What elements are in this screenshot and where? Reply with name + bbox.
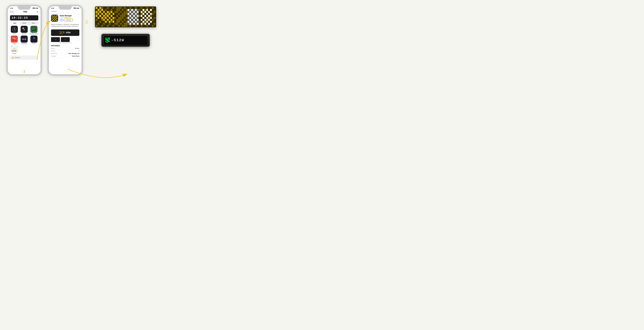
- app-label-clock: Clock: [13, 33, 16, 34]
- app-label-stopwatch: Stopwatch: [21, 43, 27, 44]
- manual-icon: ☝: [12, 56, 14, 59]
- phone2-status-icons: ▌▌▌ ◉ ▮▮: [74, 7, 79, 9]
- info-row-offeredby: Offered by Solar Manager AG: [51, 52, 79, 55]
- svg-rect-14: [33, 28, 34, 29]
- svg-rect-35: [15, 47, 16, 48]
- chevron-right-icon: ›: [36, 17, 37, 19]
- phone1-apps-grid: ⚙ Clock: [8, 26, 40, 54]
- svg-rect-49: [15, 50, 16, 51]
- svg-rect-40: [16, 48, 16, 49]
- mini-screenshot-2: SKY: [61, 37, 70, 42]
- phone2-notch: [59, 6, 72, 10]
- clock-digits: 10:32:25: [12, 16, 28, 19]
- svg-rect-21: [12, 37, 13, 38]
- info-key-version: Version: [51, 50, 56, 52]
- solar-app-info: Solar Manager Solar Manager AG ♥ ADDED: [60, 15, 79, 21]
- app-label-market: Market: [12, 53, 16, 54]
- phone1-title: TIME: [23, 11, 27, 13]
- info-val-category: Smart Home: [72, 55, 79, 57]
- device-dot: [125, 34, 126, 35]
- svg-rect-13: [32, 28, 33, 29]
- pixel-display-container: 3 -512W: [95, 6, 156, 47]
- app-label-timer: Timer: [32, 43, 36, 44]
- svg-rect-33: [12, 47, 13, 48]
- phone2-app-header: Solar Manager Solar Manager AG ♥ ADDED: [49, 13, 82, 23]
- svg-rect-7: [24, 28, 24, 29]
- info-row-rating: Rating 86 likes: [51, 47, 79, 50]
- svg-rect-5: [22, 28, 23, 29]
- app-cell-weather[interactable]: Weather: [20, 26, 29, 34]
- phone1-notch: [18, 6, 30, 10]
- phone2-screenshots-row: TIME SKY ⌄: [49, 37, 82, 42]
- added-button[interactable]: ADDED: [64, 19, 72, 21]
- svg-rect-19: [34, 29, 34, 30]
- settings-icon[interactable]: ⚙: [36, 11, 38, 13]
- phone2-description: Zeigt PV-Produktions-, Verbrauchs-, Bezu…: [49, 23, 82, 28]
- phone1-status-time: 9:41: [10, 7, 13, 9]
- screenshots-label: TIME, SKY Infoscreen Apps: [49, 42, 82, 44]
- phone2-status-time: 9:41: [51, 7, 54, 9]
- info-val-version: 3: [79, 50, 79, 52]
- app-icon-market: [11, 45, 18, 52]
- device-screen: -512W: [104, 36, 147, 45]
- svg-rect-11: [24, 30, 25, 30]
- svg-rect-47: [12, 50, 13, 51]
- tab-phone[interactable]: Phone: [20, 22, 29, 24]
- back-button[interactable]: ‹ Search: [51, 11, 56, 12]
- mini-screenshot-1: TIME: [51, 37, 60, 42]
- screenshot-value: 7.6KW: [63, 31, 70, 34]
- device-green-icon: [106, 38, 110, 43]
- phone1-manual-bar[interactable]: ☝ Manual: [10, 55, 38, 60]
- step-number-1: 1: [23, 69, 25, 74]
- step-number-2: 2: [86, 19, 88, 24]
- svg-rect-24: [15, 38, 15, 39]
- description-text: Zeigt PV-Produktions-, Verbrauchs-, Bezu…: [51, 24, 79, 27]
- phone2: 9:41 ▌▌▌ ◉ ▮▮ ‹ Search Solar M: [48, 5, 83, 76]
- app-cell-timer[interactable]: ⏱ Timer: [30, 35, 38, 44]
- app-icon-stopwatch: 00:00: [20, 35, 28, 43]
- app-icon-radio: [11, 35, 18, 43]
- pixel-board: [95, 6, 156, 27]
- phone1-clock-display: 10:32:25 ›: [10, 15, 38, 20]
- app-label-weather: Weather: [22, 33, 26, 34]
- svg-rect-48: [13, 50, 14, 51]
- tab-more[interactable]: More: [29, 22, 38, 24]
- svg-rect-18: [33, 29, 34, 30]
- phone1-shell: 9:41 ▌▌▌ ◉ ▮▮ Done TIME ⚙ 10:32:25 › App…: [6, 5, 42, 76]
- svg-text:00:00: 00:00: [22, 39, 26, 40]
- app-cell-messageboard[interactable]: Message Board: [30, 26, 38, 34]
- solar-grid-icon: [52, 15, 57, 21]
- device-display-text: -512W: [111, 38, 124, 42]
- svg-rect-15: [34, 28, 34, 29]
- app-cell-stopwatch[interactable]: 00:00 Stopwatch: [20, 35, 29, 44]
- chevron-left-icon: ‹: [51, 11, 52, 12]
- phone1: 9:41 ▌▌▌ ◉ ▮▮ Done TIME ⚙ 10:32:25 › App…: [6, 5, 42, 76]
- svg-rect-9: [23, 28, 24, 29]
- app-label-messageboard: Message Board: [30, 33, 38, 34]
- phone1-tabs: Apps Phone More: [10, 22, 38, 24]
- screenshot-content: 7.6KW: [60, 31, 70, 34]
- solar-manager-icon: [51, 15, 58, 22]
- heart-button[interactable]: ♥: [60, 19, 64, 21]
- info-val-rating: 86 likes: [75, 48, 79, 49]
- app-cell-radio[interactable]: Radio: [10, 35, 19, 44]
- svg-rect-27: [13, 40, 16, 40]
- info-val-offeredby: Solar Manager AG: [68, 53, 79, 54]
- svg-rect-46: [14, 49, 15, 49]
- info-row-category: Category Smart Home: [51, 55, 79, 57]
- tab-apps[interactable]: Apps: [10, 22, 20, 24]
- solar-actions: ♥ ADDED: [60, 19, 79, 21]
- device-shell: -512W: [102, 34, 150, 47]
- phone1-status-icons: ▌▌▌ ◉ ▮▮: [33, 7, 38, 9]
- svg-rect-16: [34, 28, 35, 29]
- app-cell-clock[interactable]: ⚙ Clock: [10, 26, 19, 34]
- mini-screenshot-1-text: TIME: [54, 39, 56, 40]
- app-cell-market[interactable]: Market: [10, 45, 19, 54]
- expand-icon[interactable]: ⌄: [77, 38, 79, 41]
- solar-app-name: Solar Manager: [60, 15, 79, 16]
- mini-screenshot-2-text: SKY: [64, 39, 66, 40]
- info-key-offeredby: Offered by: [51, 53, 57, 54]
- phone2-info-section: Information Rating 86 likes Version 3 Of…: [49, 44, 82, 57]
- phone1-done-button[interactable]: Done: [10, 11, 14, 13]
- device-container: -512W: [95, 34, 156, 47]
